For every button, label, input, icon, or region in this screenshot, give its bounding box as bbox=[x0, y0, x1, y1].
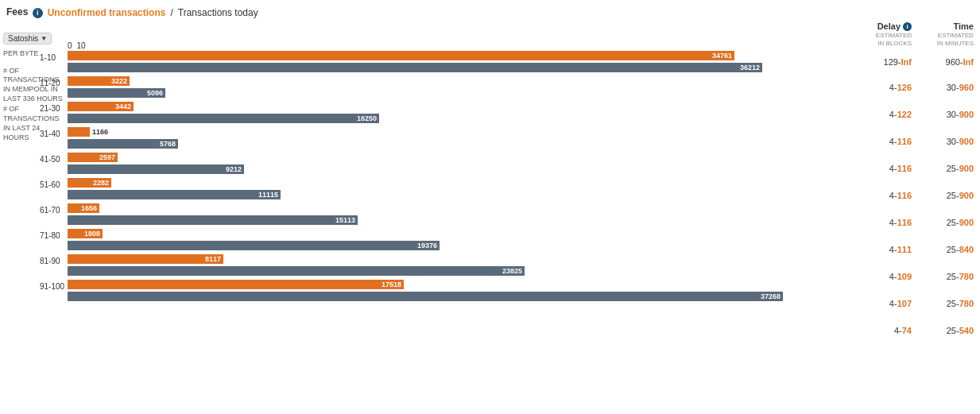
right-row-91-100: 4-7425-540 bbox=[859, 317, 974, 344]
right-row-21-30: 4-11630-900 bbox=[859, 128, 974, 155]
orange-bar-label: 1808 bbox=[84, 230, 100, 238]
gray-bar-row: 36212 bbox=[68, 62, 853, 73]
gray-bar: 5096 bbox=[68, 88, 165, 98]
transactions-today-link[interactable]: Transactions today bbox=[178, 7, 258, 18]
orange-bar-label: 34761 bbox=[712, 52, 732, 60]
gray-bar-label: 5096 bbox=[147, 89, 163, 97]
time-val-41-50: 25-900 bbox=[918, 191, 974, 200]
fee-range-label: 21-30 bbox=[40, 104, 60, 113]
time-val-31-40: 25-900 bbox=[918, 164, 974, 173]
orange-bar: 2282 bbox=[68, 178, 111, 188]
unconfirmed-link[interactable]: Unconfirmed transactions bbox=[48, 7, 166, 18]
orange-bar-row: 3442 bbox=[68, 101, 853, 112]
right-row-61-70: 4-11125-840 bbox=[859, 236, 974, 263]
right-row-1-10: 4-12630-960 bbox=[859, 74, 974, 101]
gray-bar-row: 5768 bbox=[68, 138, 853, 149]
right-row-71-80: 4-10925-780 bbox=[859, 263, 974, 290]
delay-val-41-50: 4-116 bbox=[862, 191, 918, 200]
orange-bar: 1808 bbox=[68, 229, 103, 238]
fee-range-label: 1-10 bbox=[40, 53, 56, 62]
fee-range-label: 91-100 bbox=[40, 282, 64, 291]
gray-bar-label: 36212 bbox=[740, 64, 760, 72]
fee-group-21-30: 21-30344216250 bbox=[68, 101, 853, 124]
fee-group-1-10: 1-103476136212 bbox=[68, 50, 853, 73]
right-row-zero: 129-Inf960-Inf bbox=[859, 50, 974, 74]
right-panel: Delay i ESTIMATED IN BLOCKS Time ESTIMAT… bbox=[853, 21, 980, 414]
gray-bar-row: 11115 bbox=[68, 189, 853, 200]
fee-range-label: 41-50 bbox=[40, 155, 60, 164]
delay-val-1-10: 4-126 bbox=[862, 83, 918, 92]
gray-bar-label: 5768 bbox=[160, 140, 176, 148]
delay-val-51-60: 4-116 bbox=[862, 218, 918, 227]
orange-bar-row: 1166 bbox=[68, 126, 853, 137]
delay-val-21-30: 4-116 bbox=[862, 137, 918, 146]
delay-info-icon[interactable]: i bbox=[903, 22, 912, 31]
orange-bar-row: 2282 bbox=[68, 177, 853, 188]
fee-group-61-70: 61-70165615113 bbox=[68, 203, 853, 226]
fee-range-label: 31-40 bbox=[40, 130, 60, 138]
right-row-81-90: 4-10725-780 bbox=[859, 290, 974, 317]
delay-val-zero: 129-Inf bbox=[862, 57, 918, 67]
gray-bar-label: 9212 bbox=[226, 165, 242, 173]
gray-bar: 15113 bbox=[68, 215, 358, 225]
delay-val-61-70: 4-111 bbox=[862, 245, 918, 254]
delay-val-31-40: 4-116 bbox=[862, 164, 918, 173]
orange-bar-row: 1808 bbox=[68, 228, 853, 239]
time-title: Time bbox=[918, 21, 974, 31]
orange-bar bbox=[68, 127, 90, 137]
gray-bar-row: 19376 bbox=[68, 240, 853, 251]
orange-bar-label: 2597 bbox=[99, 153, 115, 161]
time-val-1-10: 30-960 bbox=[918, 83, 974, 92]
fee-range-label: 11-20 bbox=[40, 79, 60, 87]
gray-bar-row: 15113 bbox=[68, 215, 853, 226]
time-val-71-80: 25-780 bbox=[918, 272, 974, 281]
fees-label: Fees i bbox=[6, 6, 43, 18]
time-val-11-20: 30-900 bbox=[918, 110, 974, 119]
right-row-51-60: 4-11625-900 bbox=[859, 209, 974, 236]
orange-bar-label: 3222 bbox=[111, 77, 127, 85]
orange-bar-label: 1656 bbox=[81, 204, 97, 212]
fee-group-11-20: 11-2032225096 bbox=[68, 75, 853, 99]
orange-bar: 3222 bbox=[68, 76, 130, 86]
orange-bar-row: 34761 bbox=[68, 50, 853, 61]
gray-bar-row: 5096 bbox=[68, 87, 853, 99]
gray-bar: 19376 bbox=[68, 241, 440, 250]
gray-bar-row: 37268 bbox=[68, 291, 853, 302]
orange-bar-label-outside: 1166 bbox=[92, 128, 108, 136]
orange-bar: 34761 bbox=[68, 51, 734, 60]
orange-bar-row: 17518 bbox=[68, 279, 853, 290]
right-row-11-20: 4-12230-900 bbox=[859, 101, 974, 128]
orange-bar-label: 17518 bbox=[382, 281, 401, 288]
gray-bar-label: 37268 bbox=[761, 292, 781, 300]
gray-bar-row: 16250 bbox=[68, 113, 853, 124]
right-row-31-40: 4-11625-900 bbox=[859, 155, 974, 182]
orange-bar: 3442 bbox=[68, 102, 134, 111]
gray-bar-label: 23825 bbox=[502, 267, 522, 275]
delay-val-81-90: 4-107 bbox=[862, 299, 918, 308]
fee-group-51-60: 51-60228211115 bbox=[68, 177, 853, 200]
gray-bar-row: 23825 bbox=[68, 265, 853, 277]
header-separator: / bbox=[170, 7, 172, 18]
gray-bar-row: 9212 bbox=[68, 164, 853, 175]
delay-title: Delay i bbox=[862, 21, 912, 31]
time-subtitle: ESTIMATED IN MINUTES bbox=[918, 32, 974, 47]
time-val-21-30: 30-900 bbox=[918, 137, 974, 146]
gray-bar: 11115 bbox=[68, 190, 281, 199]
orange-bar: 8117 bbox=[68, 254, 223, 264]
right-rows: 129-Inf960-Inf4-12630-9604-12230-9004-11… bbox=[859, 50, 974, 344]
fee-range-label: 71-80 bbox=[40, 231, 60, 240]
gray-bar-label: 19376 bbox=[417, 242, 437, 250]
delay-val-11-20: 4-122 bbox=[862, 110, 918, 119]
orange-bar-label: 8117 bbox=[205, 255, 221, 263]
time-val-91-100: 25-540 bbox=[918, 326, 974, 335]
time-val-81-90: 25-780 bbox=[918, 299, 974, 308]
zero-label: 0 bbox=[68, 42, 72, 50]
fee-group-81-90: 81-90811723825 bbox=[68, 253, 853, 277]
satoshi-dropdown[interactable]: Satoshis ▼ bbox=[3, 33, 52, 44]
fees-info-icon[interactable]: i bbox=[33, 8, 43, 18]
time-val-51-60: 25-900 bbox=[918, 218, 974, 227]
orange-bar: 1656 bbox=[68, 203, 99, 213]
right-row-41-50: 4-11625-900 bbox=[859, 182, 974, 209]
gray-bar-label: 11115 bbox=[258, 191, 278, 199]
orange-bar: 17518 bbox=[68, 280, 404, 289]
